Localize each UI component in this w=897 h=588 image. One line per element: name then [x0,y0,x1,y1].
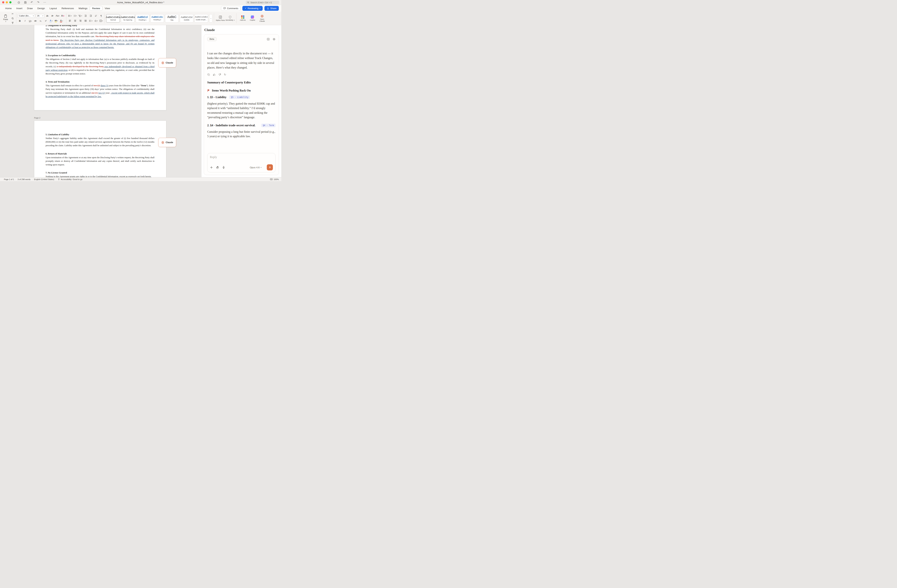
sort-button[interactable] [94,14,98,18]
copy-button[interactable] [11,16,15,20]
deleted-text: two (2) [93,84,100,87]
addins-button[interactable]: Add-ins [238,15,248,21]
thumbs-down-icon[interactable] [218,73,221,76]
section-reference-chip[interactable]: §5 - Liability [229,95,250,99]
tab-review[interactable]: Review [90,6,102,11]
home-icon[interactable] [17,1,20,4]
section-body[interactable]: Neither Party’s aggregate liability unde… [46,136,155,147]
borders-button[interactable]: ▾ [99,19,103,23]
addins-icon [241,15,244,18]
increase-indent-button[interactable] [89,14,93,18]
gear-icon[interactable] [272,38,276,41]
line-spacing-button[interactable]: ▾ [89,19,93,23]
tab-references[interactable]: References [59,6,76,11]
strikethrough-button[interactable]: ab [34,19,37,23]
highlight-color-button[interactable]: ab▾ [54,19,58,23]
style-subtitle[interactable]: AaBbCcDd Subtitle [180,14,193,23]
clipboard-icon [4,14,8,18]
font-color-button[interactable]: A▾ [60,19,64,23]
font-size-select[interactable]: 26 ▾ [36,14,44,18]
close-window-button[interactable] [2,1,4,3]
model-selector[interactable]: Opus 4.6 ▾ [250,166,262,169]
window-controls [2,1,11,3]
align-left-button[interactable] [68,19,72,23]
styles-pane-button[interactable]: A Styles Pane [216,15,225,21]
microphone-icon[interactable] [222,166,225,169]
copilot-icon [251,15,254,18]
style-heading-1[interactable]: AaBbCcl Heading 1 [136,14,149,23]
bullet-list-button[interactable]: ▾ [68,14,72,18]
align-center-button[interactable] [73,19,77,23]
claude-annotation-badge[interactable]: Claude [158,138,176,147]
shading-button[interactable]: ▾ [94,19,98,23]
sensitivity-button[interactable]: Sensitivity ▾ [225,15,235,21]
thumbs-up-icon[interactable] [213,73,216,76]
retry-icon[interactable]: ↻ [224,73,226,76]
reviewing-button[interactable]: ✓ Reviewing ▾ [242,6,263,11]
language-indicator[interactable]: English (United States) [33,178,56,181]
text-effects-button[interactable]: A▾ [49,19,53,23]
share-button[interactable]: Share [265,6,279,11]
multilevel-list-button[interactable]: ▾ [78,14,82,18]
attach-plus-icon[interactable] [210,166,213,169]
maximize-window-button[interactable] [9,1,11,3]
document-area: 2. Obligations of Receiving Party The Re… [0,25,201,177]
new-chat-icon[interactable] [267,38,270,41]
format-painter-button[interactable] [11,21,15,25]
open-claude-button[interactable]: Open Claude [257,15,267,22]
accessibility-status[interactable]: Accessibility: Good to go [56,178,84,181]
save-icon[interactable] [24,1,27,4]
claude-annotation-badge[interactable]: Claude [158,58,176,67]
zoom-level[interactable]: 100% [274,178,279,181]
tab-view[interactable]: View [103,6,112,11]
change-case-button[interactable]: Aa▾ [55,14,60,18]
justify-button[interactable] [83,19,87,23]
style-no-spacing[interactable]: AaBbCcDdEe No Spacing [121,14,135,23]
copilot-button[interactable]: Copilot [248,15,257,21]
section-body[interactable]: This Agreement shall remain in effect fo… [46,84,155,98]
comments-button[interactable]: Comments [221,6,240,11]
style-heading-2[interactable]: AaBbCcDc Heading 2 [150,14,164,23]
clear-formatting-button[interactable]: A [61,14,65,18]
section-body[interactable]: The Receiving Party shall: (i) hold and … [46,28,155,49]
tab-home[interactable]: Home [3,6,14,11]
subscript-button[interactable]: x₂ [38,19,43,23]
shrink-font-button[interactable]: A▾ [51,14,55,18]
style-subtle-emphasis[interactable]: AaBbCcDdEe Subtle Emph... [194,14,208,23]
send-button[interactable] [267,164,273,170]
reply-input[interactable] [210,155,273,164]
more-commands-icon[interactable]: ⋯ [43,1,46,4]
style-title[interactable]: AaBbC Title [165,14,179,23]
show-formatting-marks-button[interactable]: ¶ [99,14,103,18]
tab-mailings[interactable]: Mailings [76,6,90,11]
font-name-select[interactable]: Calibri (Bo... ▾ [18,14,35,18]
page-indicator[interactable]: Page 1 of 1 [3,178,15,181]
hand-tool-icon[interactable] [216,166,219,169]
bold-button[interactable]: B [18,19,22,23]
redo-icon[interactable]: ↷ [37,1,40,4]
numbered-list-button[interactable]: 123▾ [73,14,77,18]
decrease-indent-button[interactable] [83,14,87,18]
grow-font-button[interactable]: A▴ [45,14,49,18]
italic-button[interactable]: I [23,19,27,23]
section-reference-chip[interactable]: §4 - Term [261,124,276,127]
tab-insert[interactable]: Insert [14,6,25,11]
styles-gallery-more-button[interactable]: › [209,14,213,23]
tab-layout[interactable]: Layout [47,6,59,11]
copy-response-icon[interactable] [207,73,210,76]
word-count[interactable]: 3 of 298 words [16,178,32,181]
section-body[interactable]: Nothing in this Agreement grants any rig… [46,175,155,177]
style-normal[interactable]: AaBbCcDdEe Normal [106,14,120,23]
tab-design[interactable]: Design [35,6,47,11]
underline-button[interactable]: U▾ [28,19,32,23]
section-body[interactable]: The obligations of Section 2 shall not a… [46,57,155,75]
cut-button[interactable]: ✂ [11,12,15,16]
minimize-window-button[interactable] [6,1,8,3]
undo-icon[interactable]: ↶ [30,1,34,4]
align-right-button[interactable] [78,19,82,23]
search-box[interactable]: Search (Cmd + Ctrl + I) [246,1,279,4]
tab-draw[interactable]: Draw [25,6,35,11]
superscript-button[interactable]: x² [44,19,48,23]
section-body[interactable]: Upon termination of this Agreement or at… [46,156,155,167]
paste-button[interactable]: Paste ▾ [2,14,9,23]
